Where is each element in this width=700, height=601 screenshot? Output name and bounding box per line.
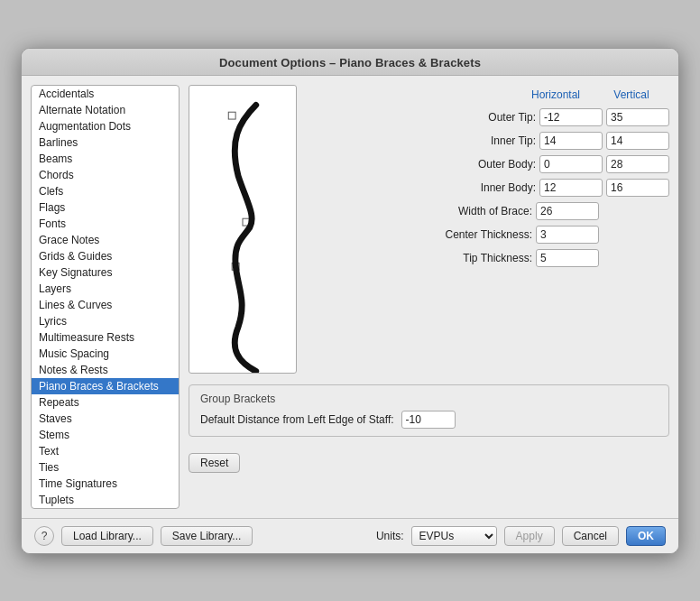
vertical-col-label: Vertical bbox=[595, 88, 668, 101]
units-select[interactable]: EVPUsInchesCentimetersPointsPicasSpaces bbox=[411, 526, 497, 546]
sidebar-item[interactable]: Flags bbox=[32, 199, 179, 216]
sidebar-item[interactable]: Grids & Guides bbox=[32, 248, 179, 264]
help-button[interactable]: ? bbox=[34, 526, 54, 546]
tip-thickness-label: Tip Thickness: bbox=[451, 252, 532, 264]
sidebar-item[interactable]: Alternate Notation bbox=[32, 102, 179, 118]
apply-button[interactable]: Apply bbox=[504, 526, 555, 546]
inner-body-label: Inner Body: bbox=[455, 181, 536, 194]
units-label: Units: bbox=[376, 530, 404, 542]
inner-tip-label: Inner Tip: bbox=[455, 134, 536, 147]
outer-tip-vertical-input[interactable] bbox=[606, 108, 669, 126]
sidebar-item[interactable]: Repeats bbox=[32, 394, 179, 411]
tip-thickness-input[interactable] bbox=[536, 249, 599, 267]
inner-tip-vertical-input[interactable] bbox=[606, 132, 669, 150]
outer-tip-horizontal-input[interactable] bbox=[539, 108, 603, 126]
sidebar-item[interactable]: Lines & Curves bbox=[32, 297, 179, 313]
sidebar-item[interactable]: Multimeasure Rests bbox=[32, 329, 179, 346]
sidebar-item[interactable]: Text bbox=[32, 443, 179, 459]
center-thickness-label: Center Thickness: bbox=[446, 228, 533, 241]
main-content: Horizontal Vertical Outer Tip: Inner Tip… bbox=[189, 85, 669, 509]
outer-body-label: Outer Body: bbox=[455, 158, 536, 171]
svg-rect-0 bbox=[228, 112, 235, 119]
fields-section: Horizontal Vertical Outer Tip: Inner Tip… bbox=[308, 85, 669, 374]
sidebar-item[interactable]: Notes & Rests bbox=[32, 362, 179, 378]
sidebar-item[interactable]: Beams bbox=[32, 151, 179, 167]
inner-body-horizontal-input[interactable] bbox=[539, 179, 603, 197]
bottom-bar: ? Load Library... Save Library... Units:… bbox=[22, 518, 678, 553]
width-of-brace-label: Width of Brace: bbox=[451, 205, 532, 217]
brace-preview bbox=[189, 85, 297, 374]
document-options-dialog: Document Options – Piano Braces & Bracke… bbox=[21, 48, 679, 554]
sidebar-item[interactable]: Layers bbox=[32, 281, 179, 297]
cancel-button[interactable]: Cancel bbox=[562, 526, 619, 546]
outer-body-horizontal-input[interactable] bbox=[539, 155, 603, 173]
sidebar-item[interactable]: Accidentals bbox=[32, 86, 179, 102]
horizontal-col-label: Horizontal bbox=[520, 88, 592, 101]
width-of-brace-input[interactable] bbox=[536, 202, 599, 220]
default-distance-label: Default Distance from Left Edge of Staff… bbox=[200, 413, 394, 426]
sidebar-item[interactable]: Ties bbox=[32, 459, 179, 476]
outer-tip-label: Outer Tip: bbox=[455, 111, 536, 124]
outer-body-vertical-input[interactable] bbox=[606, 155, 669, 173]
sidebar-list: AccidentalsAlternate NotationAugmentatio… bbox=[31, 85, 180, 509]
sidebar-item[interactable]: Fonts bbox=[32, 216, 179, 232]
ok-button[interactable]: OK bbox=[626, 526, 666, 546]
group-brackets-section: Group Brackets Default Distance from Lef… bbox=[189, 384, 669, 437]
dialog-title: Document Options – Piano Braces & Bracke… bbox=[22, 49, 678, 76]
group-brackets-title: Group Brackets bbox=[200, 393, 658, 405]
sidebar-item[interactable]: Tuplets bbox=[32, 492, 179, 508]
center-thickness-input[interactable] bbox=[536, 226, 599, 244]
sidebar-item[interactable]: Grace Notes bbox=[32, 232, 179, 248]
inner-body-vertical-input[interactable] bbox=[606, 179, 669, 197]
default-distance-input[interactable] bbox=[401, 411, 456, 429]
sidebar-item[interactable]: Chords bbox=[32, 167, 179, 183]
sidebar-item[interactable]: Time Signatures bbox=[32, 476, 179, 492]
inner-tip-horizontal-input[interactable] bbox=[539, 132, 603, 150]
sidebar-item[interactable]: Clefs bbox=[32, 183, 179, 199]
save-library-button[interactable]: Save Library... bbox=[161, 526, 253, 546]
sidebar-item[interactable]: Music Spacing bbox=[32, 346, 179, 362]
sidebar-item[interactable]: Augmentation Dots bbox=[32, 118, 179, 134]
sidebar-item[interactable]: Barlines bbox=[32, 134, 179, 151]
sidebar-item[interactable]: Stems bbox=[32, 427, 179, 443]
sidebar-item[interactable]: Piano Braces & Brackets bbox=[32, 378, 179, 394]
sidebar-item[interactable]: Key Signatures bbox=[32, 264, 179, 281]
sidebar-item[interactable]: Lyrics bbox=[32, 313, 179, 329]
reset-button[interactable]: Reset bbox=[189, 453, 240, 473]
load-library-button[interactable]: Load Library... bbox=[61, 526, 153, 546]
sidebar-item[interactable]: Staves bbox=[32, 411, 179, 427]
